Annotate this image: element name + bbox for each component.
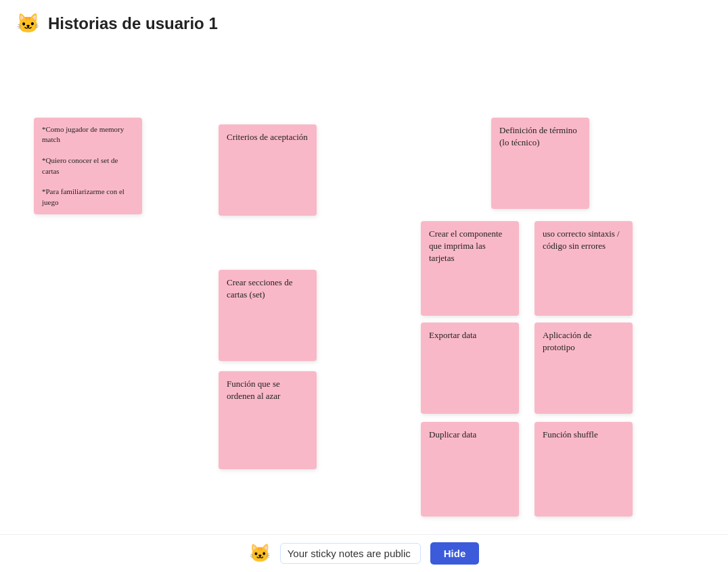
- note-4[interactable]: Crear el componente que imprima las tarj…: [421, 221, 519, 316]
- canvas-area: *Como jugador de memory match *Quiero co…: [0, 47, 728, 571]
- public-notice-text: Your sticky notes are public: [288, 548, 411, 559]
- note-9[interactable]: Función que se ordenen al azar: [219, 371, 317, 469]
- note-7[interactable]: Exportar data: [421, 323, 519, 414]
- note-1[interactable]: *Como jugador de memory match *Quiero co…: [34, 118, 142, 214]
- bottom-bar: 🐱 Your sticky notes are public Hide: [0, 534, 728, 572]
- app-icon: 🐱: [16, 12, 40, 34]
- note-5[interactable]: uso correcto sintaxis / código sin error…: [534, 221, 633, 316]
- page-title: Historias de usuario 1: [48, 14, 218, 33]
- note-10[interactable]: Duplicar data: [421, 422, 519, 517]
- public-notice-badge: Your sticky notes are public: [280, 543, 421, 564]
- note-8[interactable]: Aplicación de prototipo: [534, 323, 633, 414]
- header: 🐱 Historias de usuario 1: [0, 0, 728, 47]
- note-3[interactable]: Definición de término (lo técnico): [491, 118, 589, 209]
- bottom-bar-icon: 🐱: [249, 543, 271, 564]
- note-2[interactable]: Criterios de aceptación: [219, 124, 317, 216]
- note-6[interactable]: Crear secciones de cartas (set): [219, 270, 317, 361]
- note-11[interactable]: Función shuffle: [534, 422, 633, 517]
- hide-button[interactable]: Hide: [430, 542, 480, 565]
